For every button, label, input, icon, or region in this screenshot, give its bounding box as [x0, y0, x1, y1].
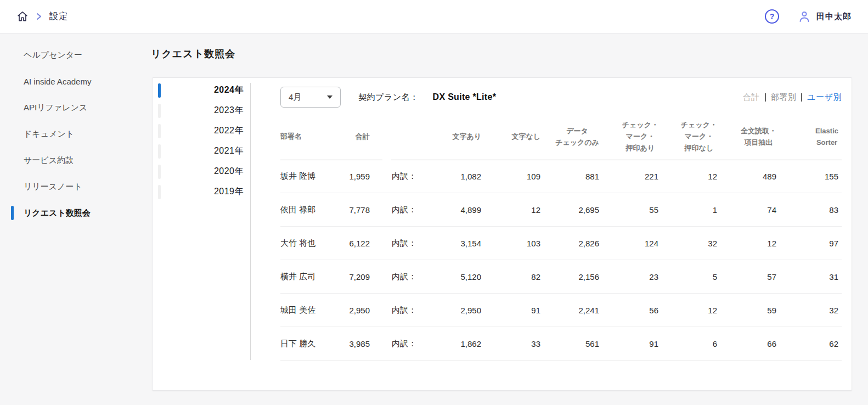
value-cell-4: 5	[658, 272, 717, 282]
value-cell-1: 103	[481, 239, 540, 248]
year-item[interactable]: 2023年	[153, 100, 250, 121]
header-department-name: 部署名	[280, 131, 346, 143]
year-list: 2024年 2023年 2022年 2021年 2020年 2019年	[153, 78, 250, 202]
table-row: 大竹 将也6,122内訳：3,1541032,826124321297	[280, 227, 842, 260]
total-cell: 3,985	[346, 339, 370, 348]
value-cell-6: 155	[776, 172, 838, 181]
year-label: 2023年	[153, 105, 244, 116]
user-name-cell: 城田 美佐	[280, 305, 346, 316]
breakdown-label: 内訳：	[392, 272, 425, 282]
value-cell-2: 881	[540, 172, 599, 181]
card-content: 4月 契約プラン名： DX Suite *Lite* 合計部署別ユーザ別 部署名…	[280, 78, 842, 361]
value-cell-5: 66	[717, 339, 776, 348]
year-item[interactable]: 2022年	[153, 121, 250, 141]
value-cell-3: 23	[599, 272, 658, 282]
breadcrumb: 設定	[16, 10, 69, 22]
year-item[interactable]: 2019年	[153, 182, 250, 202]
value-cell-0: 4,899	[425, 205, 481, 215]
header-value-1: 文字なし	[481, 131, 540, 143]
sidebar-item-label: AI inside Academy	[24, 77, 91, 86]
chevron-right-icon	[35, 12, 43, 21]
request-count-card: 2024年 2023年 2022年 2021年 2020年 2019年 4月 契…	[152, 77, 852, 391]
year-label: 2024年	[153, 85, 244, 96]
view-tab[interactable]: 部署別	[771, 92, 797, 103]
year-item[interactable]: 2024年	[153, 80, 250, 100]
user-name-cell: 依田 禄郎	[280, 205, 346, 215]
value-cell-5: 74	[717, 205, 776, 215]
sidebar-item[interactable]: リリースノート	[0, 173, 152, 200]
tab-separator	[765, 93, 766, 102]
sidebar-item[interactable]: リクエスト数照会	[0, 200, 152, 226]
active-indicator	[11, 206, 14, 220]
total-cell: 2,950	[346, 306, 370, 315]
plan-label: 契約プラン名：	[358, 92, 419, 103]
header-value-3: チェック・ マーク・ 押印あり	[599, 120, 658, 154]
breakdown-label: 内訳：	[392, 305, 425, 316]
breakdown-label: 内訳：	[392, 205, 425, 215]
year-active-indicator	[158, 104, 161, 118]
view-tab[interactable]: 合計	[743, 92, 760, 103]
request-table: 部署名合計文字あり文字なしデータ チェックのみチェック・ マーク・ 押印ありチェ…	[280, 108, 842, 361]
value-cell-4: 6	[658, 339, 717, 348]
table-row: 日下 勝久3,985内訳：1,862335619166662	[280, 327, 842, 361]
year-active-indicator	[158, 144, 161, 159]
user-name-cell: 坂井 隆博	[280, 171, 346, 182]
year-item[interactable]: 2020年	[153, 161, 250, 182]
sidebar-item[interactable]: APIリファレンス	[0, 94, 152, 121]
sidebar-item[interactable]: サービス約款	[0, 147, 152, 173]
value-cell-3: 124	[599, 239, 658, 248]
month-select[interactable]: 4月	[280, 87, 341, 108]
active-indicator	[11, 100, 14, 115]
value-cell-2: 2,695	[540, 205, 599, 215]
value-cell-1: 33	[481, 339, 540, 348]
sidebar-item-label: リクエスト数照会	[24, 208, 91, 218]
sidebar-item[interactable]: ドキュメント	[0, 121, 152, 147]
user-menu[interactable]: 田中太郎	[798, 10, 852, 23]
table-row: 城田 美佐2,950内訳：2,950912,24156125932	[280, 294, 842, 327]
value-cell-6: 83	[776, 205, 838, 215]
value-cell-1: 109	[481, 172, 540, 181]
sidebar-item[interactable]: AI inside Academy	[0, 68, 152, 94]
value-cell-3: 221	[599, 172, 658, 181]
header-total: 合計	[346, 131, 370, 143]
total-cell: 1,959	[346, 172, 370, 181]
header-value-4: チェック・ マーク・ 押印なし	[658, 120, 717, 154]
header-underline-right	[391, 160, 842, 160]
value-cell-5: 12	[717, 239, 776, 248]
value-cell-4: 12	[658, 306, 717, 315]
home-icon[interactable]	[16, 10, 29, 22]
plan-value: DX Suite *Lite*	[433, 92, 497, 102]
user-name: 田中太郎	[816, 12, 852, 22]
sidebar-item-label: リリースノート	[24, 182, 82, 192]
header-value-0: 文字あり	[425, 131, 481, 143]
active-indicator	[11, 74, 14, 88]
user-icon	[798, 10, 811, 23]
sidebar-item[interactable]: ヘルプセンター	[0, 42, 152, 68]
value-cell-3: 55	[599, 205, 658, 215]
value-cell-3: 56	[599, 306, 658, 315]
year-label: 2021年	[153, 145, 244, 157]
header-value-5: 全文読取・ 項目抽出	[717, 126, 776, 149]
sidebar-item-label: ヘルプセンター	[24, 50, 82, 60]
value-cell-1: 82	[481, 272, 540, 282]
view-tab[interactable]: ユーザ別	[807, 92, 842, 103]
value-cell-2: 2,826	[540, 239, 599, 248]
value-cell-2: 561	[540, 339, 599, 348]
year-active-indicator	[158, 165, 161, 179]
value-cell-4: 1	[658, 205, 717, 215]
help-icon[interactable]: ?	[765, 9, 779, 24]
sidebar-item-label: ドキュメント	[24, 129, 74, 139]
chevron-down-icon	[327, 95, 332, 99]
total-cell: 7,778	[346, 205, 370, 215]
value-cell-6: 31	[776, 272, 838, 282]
year-label: 2022年	[153, 125, 244, 137]
value-cell-6: 32	[776, 306, 838, 315]
breakdown-label: 内訳：	[392, 339, 425, 349]
value-cell-5: 57	[717, 272, 776, 282]
year-item[interactable]: 2021年	[153, 141, 250, 161]
topbar: 設定 ? 田中太郎	[0, 0, 868, 33]
active-indicator	[11, 127, 14, 141]
user-name-cell: 日下 勝久	[280, 339, 346, 349]
user-name-cell: 横井 広司	[280, 272, 346, 282]
sidebar-item-label: サービス約款	[24, 155, 74, 166]
